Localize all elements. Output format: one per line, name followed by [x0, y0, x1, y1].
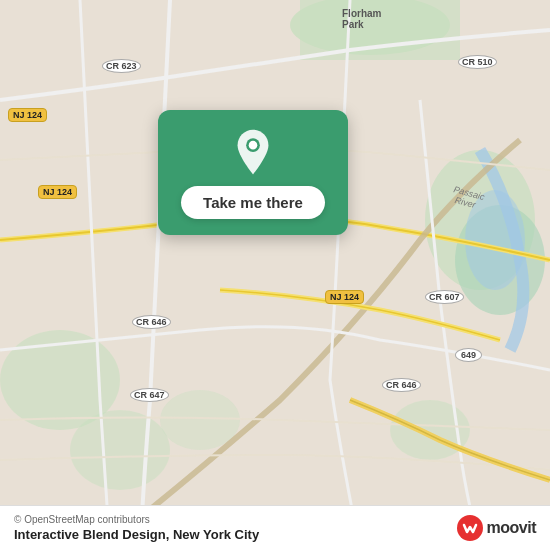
osm-attribution: © OpenStreetMap contributors	[14, 514, 259, 525]
moovit-text: moovit	[487, 519, 536, 537]
road-badge-nj124-2: NJ 124	[38, 185, 77, 199]
bottom-bar: © OpenStreetMap contributors Interactive…	[0, 505, 550, 550]
road-badge-cr646-1: CR 646	[132, 315, 171, 329]
road-badge-cr647: CR 647	[130, 388, 169, 402]
map-container: NJ 124 CR 623 NJ 124 CR 510 NJ 124 CR 60…	[0, 0, 550, 550]
take-me-there-button[interactable]: Take me there	[181, 186, 325, 219]
svg-point-12	[249, 141, 258, 150]
road-badge-nj124-1: NJ 124	[8, 108, 47, 122]
map-svg	[0, 0, 550, 550]
florham-park-label: FlorhamPark	[342, 8, 381, 30]
road-badge-cr607: CR 607	[425, 290, 464, 304]
location-name: Interactive Blend Design, New York City	[14, 527, 259, 542]
moovit-icon-svg	[457, 515, 483, 541]
road-badge-cr510: CR 510	[458, 55, 497, 69]
location-pin-icon	[229, 128, 277, 176]
road-badge-cr646-2: CR 646	[382, 378, 421, 392]
svg-point-7	[70, 410, 170, 490]
location-card: Take me there	[158, 110, 348, 235]
bottom-left: © OpenStreetMap contributors Interactive…	[14, 514, 259, 542]
road-badge-649: 649	[455, 348, 482, 362]
road-badge-cr623: CR 623	[102, 59, 141, 73]
road-badge-nj124-3: NJ 124	[325, 290, 364, 304]
moovit-logo: moovit	[457, 515, 536, 541]
